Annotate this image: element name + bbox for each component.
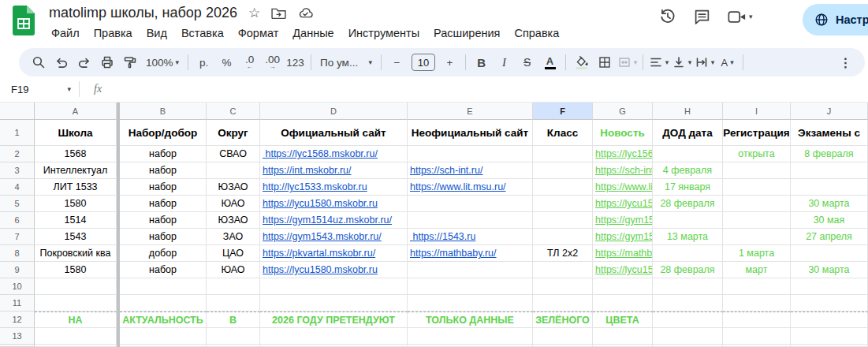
cell-C1[interactable]: Округ [207, 120, 260, 146]
cell-I13[interactable] [723, 328, 791, 345]
cell-B6[interactable]: набор [120, 212, 207, 229]
row-header-5[interactable]: 5 [0, 196, 35, 212]
cell-A3[interactable]: Интеллектуал [35, 162, 117, 179]
row-header-10[interactable]: 10 [0, 278, 35, 295]
menu-help[interactable]: Справка [507, 24, 566, 42]
font-selector[interactable]: По ум... ▾ [315, 51, 377, 73]
column-header-I[interactable]: I [723, 103, 791, 120]
cell-C9[interactable]: ЮАО [207, 262, 260, 278]
cell-J9[interactable]: 30 марта [791, 262, 868, 278]
cell-F1[interactable]: Класс [533, 120, 593, 146]
cell-D5[interactable]: https://lycu1580.mskobr.ru [260, 196, 408, 212]
cell-E13[interactable] [408, 328, 533, 345]
name-box[interactable]: F19 ▾ [0, 84, 79, 95]
cell-C3[interactable] [207, 162, 260, 179]
share-button[interactable]: Настро [803, 4, 868, 35]
row-header-8[interactable]: 8 [0, 245, 35, 262]
cell-H4[interactable]: 17 января [653, 179, 723, 196]
cell-B5[interactable]: набор [120, 196, 207, 212]
cell-D1[interactable]: Официальный сайт [260, 120, 408, 146]
cell-A9[interactable]: 1580 [35, 262, 117, 278]
increase-font-size-button[interactable]: + [438, 51, 461, 73]
row-header-2[interactable]: 2 [0, 146, 35, 162]
formula-input[interactable] [102, 76, 868, 102]
column-header-J[interactable]: J [791, 103, 868, 120]
document-title[interactable]: matolimp школы, набор 2026 [49, 5, 237, 21]
cell-B9[interactable]: набор [120, 262, 207, 278]
cell-A12[interactable]: НА [35, 312, 117, 328]
cell-F13[interactable] [533, 328, 593, 345]
cell-G13[interactable] [593, 328, 653, 345]
cell-D8[interactable]: https://pkvartal.mskobr.ru/ [260, 245, 408, 262]
cell-J10[interactable] [791, 278, 868, 295]
cell-D13[interactable] [260, 328, 408, 345]
cell-D7[interactable]: https://gym1543.mskobr.ru/ [260, 229, 408, 245]
cell-E1[interactable]: Неофициальный сайт [408, 120, 533, 146]
row-header-3[interactable]: 3 [0, 162, 35, 179]
cell-C7[interactable]: ЗАО [207, 229, 260, 245]
menu-format[interactable]: Формат [231, 24, 286, 42]
chevron-down-icon[interactable]: ▾ [749, 13, 753, 21]
cell-B12[interactable]: АКТУАЛЬНОСТЬ [120, 312, 207, 328]
cell-I5[interactable] [723, 196, 791, 212]
cell-J2[interactable]: 8 февраля [791, 146, 868, 162]
cell-D12[interactable]: 2026 ГОДУ ПРЕТЕНДУЮТ [260, 312, 408, 328]
cell-I1[interactable]: Регистрация [723, 120, 791, 146]
cell-J11[interactable] [791, 295, 868, 312]
merge-cells-icon[interactable]: ▾ [616, 51, 639, 73]
menu-extensions[interactable]: Расширения [427, 24, 507, 42]
cell-A11[interactable] [35, 295, 117, 312]
cloud-status-icon[interactable] [297, 7, 314, 19]
cell-C13[interactable] [207, 328, 260, 345]
sheets-logo-icon[interactable] [13, 6, 35, 35]
cell-F9[interactable] [533, 262, 593, 278]
cell-J3[interactable] [791, 162, 868, 179]
cell-E12[interactable]: ТОЛЬКО ДАННЫЕ [408, 312, 533, 328]
cell-G4[interactable]: https://www.lit [593, 179, 653, 196]
cell-I10[interactable] [723, 278, 791, 295]
cell-G9[interactable]: https://lycu158 [593, 262, 653, 278]
text-color-button[interactable]: A [538, 51, 561, 73]
cell-A7[interactable]: 1543 [35, 229, 117, 245]
undo-icon[interactable] [50, 51, 73, 73]
cell-E2[interactable] [408, 146, 533, 162]
cell-I11[interactable] [723, 295, 791, 312]
zoom-control[interactable]: 100% ▾ [141, 51, 184, 73]
bold-button[interactable]: B [470, 51, 493, 73]
menu-tools[interactable]: Инструменты [341, 24, 427, 42]
column-header-A[interactable]: A [35, 103, 117, 120]
cell-I8[interactable]: 1 марта [723, 245, 791, 262]
cell-D10[interactable] [260, 278, 408, 295]
cell-E6[interactable] [408, 212, 533, 229]
menu-file[interactable]: Файл [44, 24, 87, 42]
cell-I9[interactable]: март [723, 262, 791, 278]
cell-C12[interactable]: В [207, 312, 260, 328]
cell-G8[interactable]: https://mathba [593, 245, 653, 262]
column-header-B[interactable]: B [120, 103, 207, 120]
cell-B4[interactable]: набор [120, 179, 207, 196]
cell-F11[interactable] [533, 295, 593, 312]
cell-J12[interactable] [791, 312, 868, 328]
cell-J1[interactable]: Экзамены с [791, 120, 868, 146]
row-header-9[interactable]: 9 [0, 262, 35, 278]
cell-H1[interactable]: ДОД дата [653, 120, 723, 146]
cell-C5[interactable]: ЮАО [207, 196, 260, 212]
cell-A2[interactable]: 1568 [35, 146, 117, 162]
cell-B7[interactable]: набор [120, 229, 207, 245]
cell-H5[interactable]: 28 февраля [653, 196, 723, 212]
more-options-icon[interactable]: ⋮ [834, 51, 857, 73]
cell-A1[interactable]: Школа [35, 120, 117, 146]
spreadsheet-grid[interactable]: ABCDEFGHIJ1ШколаНабор/доборОкругОфициаль… [0, 103, 868, 347]
cell-I6[interactable] [723, 212, 791, 229]
cell-G7[interactable]: https://gym154 [593, 229, 653, 245]
cell-E9[interactable] [408, 262, 533, 278]
cell-J8[interactable] [791, 245, 868, 262]
row-header-1[interactable]: 1 [0, 120, 35, 146]
cell-G1[interactable]: Новость [593, 120, 653, 146]
cell-A4[interactable]: ЛИТ 1533 [35, 179, 117, 196]
row-header-12[interactable]: 12 [0, 312, 35, 328]
horizontal-align-icon[interactable]: ▾ [647, 51, 670, 73]
cell-E5[interactable] [408, 196, 533, 212]
cell-H13[interactable] [653, 328, 723, 345]
search-icon[interactable] [27, 51, 50, 73]
